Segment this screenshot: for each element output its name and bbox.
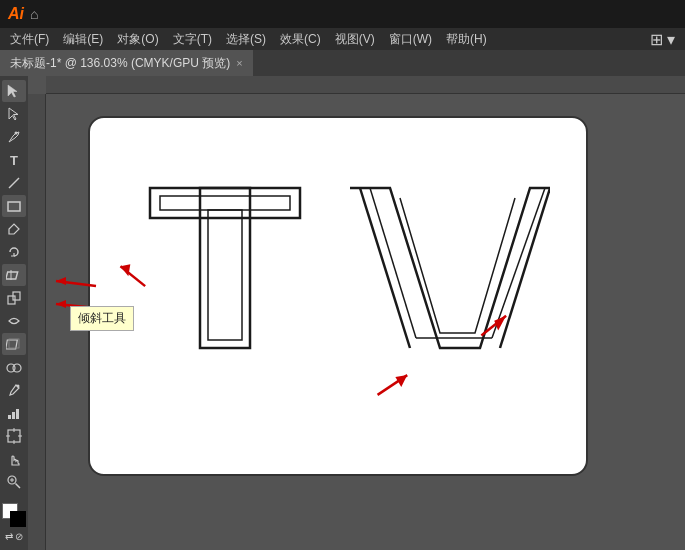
menu-text[interactable]: 文字(T): [167, 29, 218, 50]
svg-rect-13: [12, 412, 15, 419]
stroke-swatch[interactable]: [10, 511, 26, 527]
tab-title: 未标题-1* @ 136.03% (CMYK/GPU 预览): [10, 55, 230, 72]
direct-selection-tool[interactable]: [2, 103, 26, 125]
svg-marker-35: [56, 300, 66, 308]
warp-tool[interactable]: [2, 310, 26, 332]
ruler-top: [46, 76, 685, 94]
menu-grid[interactable]: ⊞ ▾: [644, 28, 681, 51]
arrows-overlay: [90, 118, 586, 474]
svg-line-21: [16, 484, 21, 489]
menu-select[interactable]: 选择(S): [220, 29, 272, 50]
main-layout: T: [0, 76, 685, 550]
menu-effect[interactable]: 效果(C): [274, 29, 327, 50]
artboard-tool[interactable]: [2, 425, 26, 447]
tab-bar: 未标题-1* @ 136.03% (CMYK/GPU 预览) ×: [0, 50, 685, 76]
shape-builder-tool[interactable]: [2, 356, 26, 378]
selection-tool[interactable]: [2, 80, 26, 102]
menu-object[interactable]: 对象(O): [111, 29, 164, 50]
menu-file[interactable]: 文件(F): [4, 29, 55, 50]
svg-rect-2: [8, 202, 20, 211]
toolbar: T: [0, 76, 28, 550]
menu-bar: 文件(F) 编辑(E) 对象(O) 文字(T) 选择(S) 效果(C) 视图(V…: [0, 28, 685, 50]
hand-tool[interactable]: [2, 448, 26, 470]
menu-edit[interactable]: 编辑(E): [57, 29, 109, 50]
type-tool[interactable]: T: [2, 149, 26, 171]
rectangle-tool[interactable]: [2, 195, 26, 217]
free-transform-tool[interactable]: [2, 333, 26, 355]
svg-point-11: [17, 385, 20, 388]
eraser-tool[interactable]: [2, 218, 26, 240]
svg-marker-33: [494, 316, 506, 331]
svg-point-0: [15, 132, 18, 135]
ai-logo: Ai: [8, 5, 24, 23]
skew-tool[interactable]: [2, 264, 26, 286]
drawing-canvas[interactable]: [88, 116, 588, 476]
none-color-icon[interactable]: ⊘: [15, 531, 23, 542]
svg-line-1: [9, 178, 19, 188]
ruler-left: [28, 94, 46, 550]
scale-tool[interactable]: [2, 287, 26, 309]
canvas-area: 倾斜工具: [28, 76, 685, 550]
home-icon[interactable]: ⌂: [30, 6, 38, 22]
tab-close-button[interactable]: ×: [236, 57, 242, 69]
title-bar: Ai ⌂: [0, 0, 685, 28]
eyedropper-tool[interactable]: [2, 379, 26, 401]
svg-rect-14: [16, 409, 19, 419]
pen-tool[interactable]: [2, 126, 26, 148]
graph-tool[interactable]: [2, 402, 26, 424]
zoom-tool[interactable]: [2, 471, 26, 493]
menu-window[interactable]: 窗口(W): [383, 29, 438, 50]
svg-rect-3: [6, 272, 18, 279]
menu-help[interactable]: 帮助(H): [440, 29, 493, 50]
rotate-tool[interactable]: [2, 241, 26, 263]
svg-marker-37: [56, 277, 66, 285]
color-area: ⇄ ⊘: [2, 503, 26, 546]
svg-point-10: [13, 364, 21, 372]
svg-rect-12: [8, 415, 11, 419]
menu-view[interactable]: 视图(V): [329, 29, 381, 50]
line-tool[interactable]: [2, 172, 26, 194]
swap-colors-icon[interactable]: ⇄: [5, 531, 13, 542]
tab-item[interactable]: 未标题-1* @ 136.03% (CMYK/GPU 预览) ×: [0, 50, 254, 76]
